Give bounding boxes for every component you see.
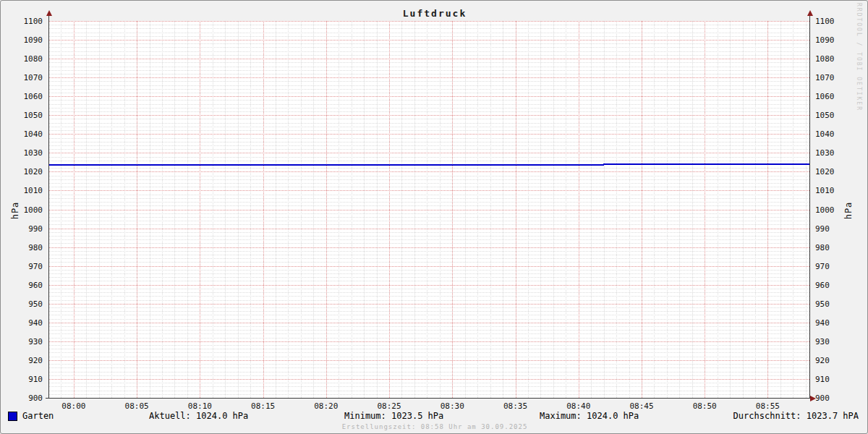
y-tick-label-left: 930	[1, 337, 43, 346]
y-tick-label-right: 940	[815, 318, 859, 328]
y-tick-label-right: 1070	[815, 73, 859, 82]
gridline-major-v	[767, 21, 768, 398]
x-tick-label: 08:45	[620, 401, 663, 411]
y-axis-line-left	[48, 15, 49, 399]
y-tick-label-right: 930	[815, 337, 859, 346]
y-tick-label-left: 970	[1, 262, 43, 271]
y-tick-label-right: 1040	[815, 129, 859, 139]
y-tick-label-left: 1010	[1, 186, 43, 195]
gridline-major-h	[48, 341, 809, 342]
y-tick-label-right: 1080	[815, 54, 859, 64]
gridline-major-h	[48, 304, 809, 305]
x-tick-label: 08:35	[494, 401, 537, 411]
y-tick-label-right: 950	[815, 299, 859, 309]
x-tick-label: 08:30	[430, 401, 474, 411]
gridline-major-h	[48, 153, 809, 153]
gridline-major-h	[48, 115, 809, 116]
gridline-major-h	[48, 379, 809, 380]
gridline-major-h	[48, 134, 809, 135]
y-tick-label-right: 970	[815, 262, 859, 271]
x-tick-label: 08:55	[746, 401, 789, 411]
y-tick-label-left: 910	[1, 375, 43, 384]
gridline-major-v	[74, 21, 75, 398]
y-tick-label-left: 1100	[1, 17, 43, 26]
x-tick-label: 08:25	[367, 401, 411, 411]
y-axis-arrow-left-icon	[46, 10, 52, 16]
y-tick-label-right: 900	[815, 393, 859, 403]
y-tick-label-right: 1090	[815, 35, 859, 45]
rrdtool-graph: Luftdruck RRDTOOL / TOBI OETIKER hPa hPa…	[0, 0, 868, 434]
y-tick-label-right: 1000	[815, 205, 859, 215]
gridline-major-v	[642, 21, 642, 398]
x-tick-label: 08:05	[115, 401, 158, 411]
y-tick-label-right: 920	[815, 356, 859, 365]
gridline-major-h	[48, 77, 809, 78]
y-tick-label-right: 990	[815, 224, 859, 234]
gridline-major-h	[48, 171, 809, 172]
chart-title: Luftdruck	[1, 8, 868, 19]
gridline-major-v	[579, 21, 579, 398]
y-tick-label-right: 1020	[815, 167, 859, 176]
stat-aktuell: Aktuell: 1024.0 hPa	[149, 411, 248, 421]
gridline-major-h	[48, 190, 809, 191]
y-tick-label-right: 1050	[815, 111, 859, 120]
gridline-major-v	[137, 21, 137, 398]
gridline-major-v	[705, 21, 705, 398]
y-tick-label-left: 950	[1, 299, 43, 309]
gridline-major-h	[48, 210, 809, 210]
x-axis-line	[46, 398, 811, 399]
y-tick-label-left: 960	[1, 281, 43, 290]
stat-maximum: Maximum: 1024.0 hPa	[540, 411, 639, 421]
gridline-major-h	[48, 285, 809, 286]
data-line-segment	[48, 164, 604, 166]
y-tick-label-left: 1040	[1, 129, 43, 139]
y-tick-label-left: 1050	[1, 111, 43, 120]
x-tick-label: 08:00	[52, 401, 95, 411]
y-tick-label-left: 1020	[1, 167, 43, 176]
stat-minimum: Minimum: 1023.5 hPa	[344, 411, 443, 421]
stat-durchschnitt: Durchschnitt: 1023.7 hPA	[733, 411, 859, 421]
y-tick-label-left: 1080	[1, 54, 43, 64]
gridline-major-v	[516, 21, 516, 398]
y-tick-label-left: 1070	[1, 73, 43, 82]
y-tick-label-left: 1060	[1, 92, 43, 101]
gridline-major-h	[48, 96, 809, 97]
legend-color-swatch	[8, 412, 17, 421]
creation-timestamp: Erstellungszeit: 08:58 Uhr am 30.09.2025	[1, 423, 868, 430]
y-axis-arrow-right-icon	[807, 10, 813, 16]
x-tick-label: 08:15	[242, 401, 285, 411]
legend-and-stats-row: Garten Aktuell: 1024.0 hPa Minimum: 1023…	[1, 411, 868, 422]
y-tick-label-left: 1090	[1, 35, 43, 45]
y-tick-label-left: 940	[1, 318, 43, 328]
gridline-major-h	[48, 21, 809, 22]
x-tick-label: 08:50	[683, 401, 726, 411]
y-tick-label-right: 1010	[815, 186, 859, 195]
y-tick-label-left: 990	[1, 224, 43, 234]
y-tick-label-left: 980	[1, 243, 43, 252]
x-tick-label: 08:10	[178, 401, 221, 411]
gridline-major-h	[48, 59, 809, 59]
y-tick-label-right: 980	[815, 243, 859, 252]
y-tick-label-right: 910	[815, 375, 859, 384]
legend-label: Garten	[22, 411, 54, 421]
gridline-major-h	[48, 323, 809, 323]
y-tick-label-left: 900	[1, 393, 43, 403]
gridline-major-v	[389, 21, 390, 398]
gridline-major-h	[48, 360, 809, 361]
x-tick-label: 08:40	[557, 401, 600, 411]
y-tick-label-right: 960	[815, 281, 859, 290]
y-tick-label-left: 1030	[1, 148, 43, 158]
gridline-major-v	[326, 21, 327, 398]
data-line-segment	[604, 163, 809, 165]
gridline-major-h	[48, 247, 809, 248]
y-tick-label-right: 1100	[815, 17, 859, 26]
y-tick-label-right: 1030	[815, 148, 859, 158]
gridline-major-v	[452, 21, 453, 398]
x-tick-label: 08:20	[305, 401, 348, 411]
y-tick-label-right: 1060	[815, 92, 859, 101]
x-axis-arrow-icon	[810, 396, 816, 401]
gridline-major-h	[48, 266, 809, 267]
gridline-major-v	[200, 21, 200, 398]
y-tick-label-left: 920	[1, 356, 43, 365]
gridline-major-h	[48, 40, 809, 41]
